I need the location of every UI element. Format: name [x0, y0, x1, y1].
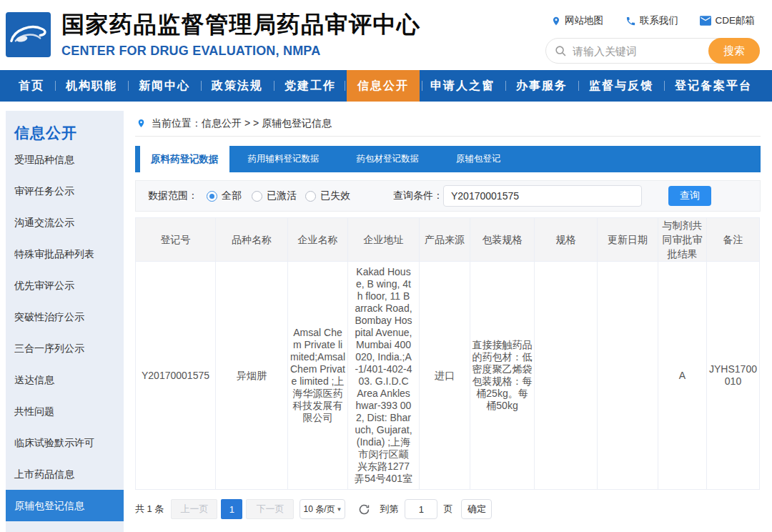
- page-1-button[interactable]: 1: [221, 499, 242, 519]
- cell-product-source: 进口: [420, 262, 470, 490]
- registration-table: 登记号 品种名称 企业名称 企业地址 产品来源 包装规格 规格 更新日期 与制剂…: [135, 217, 760, 490]
- location-pin-icon: [137, 118, 146, 129]
- link-mailbox-label: CDE邮箱: [715, 14, 755, 27]
- sidebar-item-three-in-one[interactable]: 三合一序列公示: [6, 332, 124, 364]
- cell-joint-review-result: A: [658, 262, 707, 490]
- page-size-select[interactable]: 10 条/页 ▼: [300, 499, 345, 519]
- table-header-row: 登记号 品种名称 企业名称 企业地址 产品来源 包装规格 规格 更新日期 与制剂…: [136, 218, 760, 262]
- cde-logo: [6, 12, 51, 57]
- nav-registration-platform[interactable]: 登记备案平台: [664, 70, 763, 102]
- sidebar-item-priority-review[interactable]: 优先审评公示: [6, 270, 124, 301]
- radio-activated-control[interactable]: [252, 191, 262, 202]
- goto-page-input[interactable]: [405, 499, 437, 519]
- search-icon: [555, 45, 567, 57]
- col-company-name: 企业名称: [288, 218, 348, 262]
- prev-page-button[interactable]: 上一页: [171, 499, 217, 519]
- sidebar-item-communication[interactable]: 沟通交流公示: [6, 207, 124, 238]
- main-nav: 首页 机构职能 新闻中心 政策法规 党建工作 信息公开 申请人之窗 办事服务 监…: [0, 70, 772, 102]
- col-product-source: 产品来源: [420, 218, 470, 262]
- search-bar: 搜索: [545, 38, 760, 64]
- tab-api-data[interactable]: 原料药登记数据: [140, 146, 229, 172]
- filter-label: 数据范围：: [148, 189, 198, 202]
- cell-packaging-spec: 直接接触药品的药包材：低密度聚乙烯袋 包装规格：每桶25kg。每桶50kg: [470, 262, 535, 490]
- sidebar-item-accepted-varieties[interactable]: 受理品种信息: [6, 144, 124, 175]
- search-button[interactable]: 搜索: [708, 38, 760, 64]
- site-title: 国家药品监督管理局药品审评中心: [61, 11, 421, 38]
- radio-expired[interactable]: 已失效: [305, 189, 350, 202]
- link-mailbox[interactable]: CDE邮箱: [700, 14, 755, 27]
- next-page-button[interactable]: 下一页: [246, 499, 294, 519]
- pagination: 共 1 条 上一页 1 下一页 10 条/页 ▼ 到第 页 确定: [135, 499, 761, 519]
- query-button[interactable]: 查询: [668, 186, 711, 206]
- chevron-down-icon: ▼: [337, 506, 342, 513]
- site-header: 国家药品监督管理局药品审评中心 CENTER FOR DRUG EVALUATI…: [0, 0, 772, 70]
- breadcrumb-text: 当前位置：信息公开 > > 原辅包登记信息: [152, 117, 332, 130]
- breadcrumb: 当前位置：信息公开 > > 原辅包登记信息: [135, 111, 761, 137]
- page-unit-label: 页: [443, 503, 452, 516]
- cell-remarks: JYHS1700010: [707, 262, 760, 490]
- envelope-icon: [700, 16, 711, 26]
- search-input[interactable]: [573, 39, 698, 62]
- sidebar-item-review-tasks[interactable]: 审评任务公示: [6, 175, 124, 207]
- col-registration-no: 登记号: [136, 218, 216, 262]
- link-sitemap[interactable]: 网站地图: [551, 14, 603, 27]
- nav-functions[interactable]: 机构职能: [55, 70, 128, 102]
- radio-all-control[interactable]: [207, 191, 217, 202]
- cell-company-address: Kakad House, B wing, 4th floor, 11 Barra…: [348, 262, 420, 490]
- cell-registration-no: Y20170001575: [136, 262, 216, 490]
- cell-variety-name: 异烟肼: [216, 262, 288, 490]
- sidebar-item-clinical-trial[interactable]: 临床试验默示许可: [6, 427, 124, 458]
- tab-registration[interactable]: 原辅包登记: [437, 146, 520, 172]
- col-company-address: 企业地址: [348, 218, 420, 262]
- cell-update-date: [598, 262, 658, 490]
- tab-excipient-data[interactable]: 药用辅料登记数据: [229, 146, 338, 172]
- nav-applicant[interactable]: 申请人之窗: [420, 70, 505, 102]
- sidebar-item-excipient-registration[interactable]: 原辅包登记信息: [6, 490, 124, 521]
- link-sitemap-label: 网站地图: [565, 14, 603, 27]
- sidebar-item-special-approval[interactable]: 特殊审批品种列表: [6, 238, 124, 270]
- col-spec: 规格: [535, 218, 598, 262]
- col-joint-review-result: 与制剂共同审批审批结果: [658, 218, 707, 262]
- col-remarks: 备注: [707, 218, 760, 262]
- nav-policy[interactable]: 政策法规: [201, 70, 274, 102]
- sidebar-item-breakthrough-therapy[interactable]: 突破性治疗公示: [6, 301, 124, 332]
- nav-news[interactable]: 新闻中心: [128, 70, 201, 102]
- cell-spec: [535, 262, 598, 490]
- location-pin-icon: [551, 16, 561, 26]
- pagination-total: 共 1 条: [135, 503, 164, 516]
- table-row: Y20170001575 异烟肼 Amsal Chem Private limi…: [136, 262, 760, 490]
- site-subtitle: CENTER FOR DRUG EVALUATION, NMPA: [61, 44, 421, 58]
- sidebar-title: 信息公开: [6, 122, 124, 144]
- phone-icon: [625, 16, 636, 26]
- sidebar-item-common-issues[interactable]: 共性问题: [6, 395, 124, 427]
- radio-all[interactable]: 全部: [207, 189, 242, 202]
- query-label: 查询条件：: [393, 189, 443, 202]
- nav-services[interactable]: 办事服务: [505, 70, 578, 102]
- col-packaging-spec: 包装规格: [470, 218, 535, 262]
- query-input[interactable]: [443, 185, 642, 207]
- radio-activated[interactable]: 已激活: [252, 189, 297, 202]
- nav-info-disclosure[interactable]: 信息公开: [347, 70, 420, 102]
- nav-supervision[interactable]: 监督与反馈: [578, 70, 664, 102]
- col-update-date: 更新日期: [598, 218, 658, 262]
- sidebar: 信息公开 受理品种信息 审评任务公示 沟通交流公示 特殊审批品种列表 优先审评公…: [6, 111, 124, 532]
- confirm-button[interactable]: 确定: [461, 499, 492, 519]
- nav-party[interactable]: 党建工作: [274, 70, 347, 102]
- tab-bar: 原料药登记数据 药用辅料登记数据 药包材登记数据 原辅包登记: [135, 146, 761, 172]
- radio-expired-control[interactable]: [305, 191, 316, 202]
- filter-bar: 数据范围： 全部 已激活 已失效 查询条件： 查询: [135, 180, 761, 212]
- col-variety-name: 品种名称: [216, 218, 288, 262]
- refresh-icon[interactable]: [358, 503, 370, 516]
- tab-packaging-data[interactable]: 药包材登记数据: [338, 146, 438, 172]
- cell-company-name: Amsal Chem Private limited;Amsal Chem Pr…: [288, 262, 348, 490]
- sidebar-item-delivery-info[interactable]: 送达信息: [6, 364, 124, 395]
- link-contact-label: 联系我们: [640, 14, 678, 27]
- nav-home[interactable]: 首页: [8, 70, 55, 102]
- link-contact[interactable]: 联系我们: [625, 14, 678, 27]
- sidebar-item-marketed-drugs[interactable]: 上市药品信息: [6, 458, 124, 490]
- goto-label: 到第: [380, 503, 398, 516]
